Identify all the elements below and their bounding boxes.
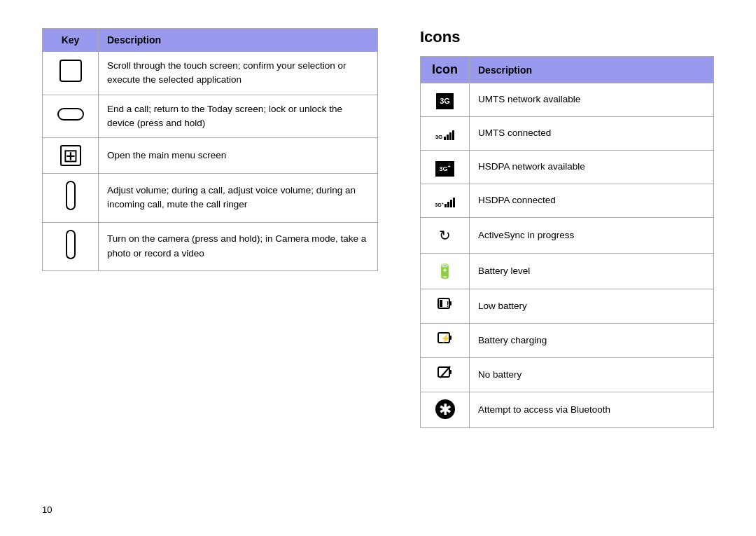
icon-cell: 3G bbox=[421, 117, 470, 151]
desc-cell: HSDPA connected bbox=[470, 184, 714, 218]
key-cell: ⊞ bbox=[43, 138, 99, 174]
desc-cell: Adjust volume; during a call, adjust voi… bbox=[99, 174, 378, 222]
icon-cell: ! bbox=[421, 289, 470, 324]
desc-cell: Turn on the camera (press and hold); in … bbox=[99, 222, 378, 270]
table-row: End a call; return to the Today screen; … bbox=[43, 95, 378, 138]
desc-cell: Scroll through the touch screen; confirm… bbox=[99, 52, 378, 95]
table-row: 3G UMTS connected bbox=[421, 117, 714, 151]
svg-rect-8 bbox=[449, 370, 451, 374]
battery-low-icon: ! bbox=[438, 299, 453, 313]
table-row: 3G+ HSDPA network available bbox=[421, 151, 714, 184]
square-key-icon bbox=[59, 60, 82, 82]
key-cell bbox=[43, 174, 99, 222]
left-section: Key Description Scroll through the touch… bbox=[42, 28, 378, 428]
key-cell bbox=[43, 222, 99, 270]
table-row: No battery bbox=[421, 358, 714, 392]
3gplus-signal-icon: 3G+ bbox=[435, 195, 454, 207]
icon-desc-header: Description bbox=[470, 57, 714, 83]
icon-cell: 3G+ bbox=[421, 184, 470, 218]
battery-none-icon bbox=[438, 368, 453, 382]
bluetooth-icon: ✱ bbox=[435, 399, 455, 419]
desc-header: Description bbox=[99, 29, 378, 52]
table-row: ⚡ Battery charging bbox=[421, 324, 714, 358]
desc-cell: Attempt to access via Bluetooth bbox=[470, 392, 714, 428]
icon-header: Icon bbox=[421, 57, 470, 83]
sync-icon: ↻ bbox=[439, 228, 451, 243]
3g-box-icon: 3G bbox=[436, 93, 454, 109]
icons-title: Icons bbox=[420, 28, 714, 46]
desc-cell: Low battery bbox=[470, 289, 714, 324]
table-row: Scroll through the touch screen; confirm… bbox=[43, 52, 378, 95]
icon-cell: 3G+ bbox=[421, 151, 470, 184]
battery-charging-icon: ⚡ bbox=[438, 334, 453, 348]
icon-cell: ↻ bbox=[421, 218, 470, 254]
table-row: ↻ ActiveSync in progress bbox=[421, 218, 714, 254]
desc-cell: UMTS network available bbox=[470, 83, 714, 117]
icon-cell: ⚡ bbox=[421, 324, 470, 358]
table-row: Turn on the camera (press and hold); in … bbox=[43, 222, 378, 270]
svg-text:⚡: ⚡ bbox=[440, 333, 451, 343]
camera-key-icon bbox=[66, 230, 76, 259]
oval-key-icon bbox=[57, 108, 84, 121]
key-cell bbox=[43, 52, 99, 95]
table-row: 3G UMTS network available bbox=[421, 83, 714, 117]
volume-key-icon bbox=[66, 181, 76, 210]
menu-key-icon: ⊞ bbox=[60, 145, 81, 166]
table-row: 🔋 Battery level bbox=[421, 254, 714, 289]
3gplus-box-icon: 3G+ bbox=[435, 161, 454, 177]
table-row: 3G+ HSDPA connected bbox=[421, 184, 714, 218]
icon-cell: ✱ bbox=[421, 392, 470, 428]
page-number: 10 bbox=[42, 504, 52, 515]
right-section: Icons Icon Description 3G UMTS network a… bbox=[420, 28, 714, 428]
desc-cell: HSDPA network available bbox=[470, 151, 714, 184]
key-header: Key bbox=[43, 29, 99, 52]
icon-cell: 3G bbox=[421, 83, 470, 117]
battery-full-icon: 🔋 bbox=[436, 261, 454, 282]
page-content: Key Description Scroll through the touch… bbox=[0, 0, 756, 456]
key-table: Key Description Scroll through the touch… bbox=[42, 28, 378, 271]
desc-cell: Battery level bbox=[470, 254, 714, 289]
table-row: ✱ Attempt to access via Bluetooth bbox=[421, 392, 714, 428]
desc-cell: UMTS connected bbox=[470, 117, 714, 151]
key-cell bbox=[43, 95, 99, 138]
table-row: ! Low battery bbox=[421, 289, 714, 324]
desc-cell: Battery charging bbox=[470, 324, 714, 358]
svg-rect-2 bbox=[440, 300, 442, 307]
svg-rect-1 bbox=[449, 301, 451, 305]
desc-cell: No battery bbox=[470, 358, 714, 392]
desc-cell: ActiveSync in progress bbox=[470, 218, 714, 254]
3g-signal-icon: 3G bbox=[435, 128, 455, 140]
desc-cell: Open the main menu screen bbox=[99, 138, 378, 174]
icon-cell bbox=[421, 358, 470, 392]
icons-table: Icon Description 3G UMTS network availab… bbox=[420, 56, 714, 428]
svg-text:!: ! bbox=[447, 301, 449, 308]
icon-cell: 🔋 bbox=[421, 254, 470, 289]
desc-cell: End a call; return to the Today screen; … bbox=[99, 95, 378, 138]
table-row: Adjust volume; during a call, adjust voi… bbox=[43, 174, 378, 222]
table-row: ⊞ Open the main menu screen bbox=[43, 138, 378, 174]
